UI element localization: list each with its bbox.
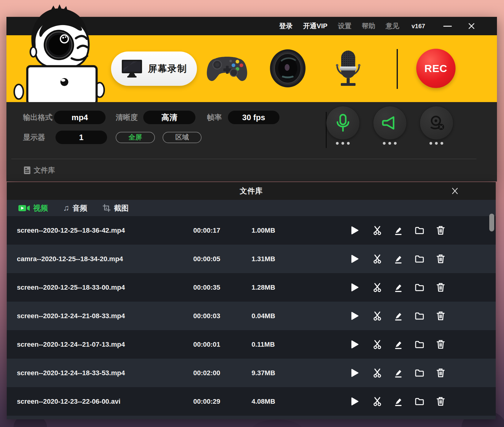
minimize-button[interactable] — [442, 21, 453, 31]
display-select[interactable]: 1 — [56, 131, 107, 144]
trash-icon — [437, 311, 445, 321]
region-button[interactable]: 区域 — [163, 132, 202, 143]
rename-button[interactable] — [391, 395, 405, 408]
menu-settings[interactable]: 设置 — [338, 21, 352, 31]
trim-button[interactable] — [371, 280, 384, 294]
delete-button[interactable] — [434, 252, 447, 265]
rename-button[interactable] — [391, 366, 405, 379]
file-row[interactable]: screen--2020-12-24--18-33-53.mp4 00:02:0… — [7, 359, 496, 387]
file-duration: 00:02:00 — [193, 359, 245, 387]
file-row[interactable]: screen--2020-12-23--22-06-00.avi 00:00:2… — [7, 387, 496, 416]
play-button[interactable] — [348, 252, 362, 265]
file-duration: 00:00:29 — [193, 387, 245, 416]
clarity-select[interactable]: 高清 — [143, 111, 195, 124]
open-folder-button[interactable] — [413, 223, 426, 237]
tab-video[interactable]: 视频 — [18, 203, 48, 213]
rename-button[interactable] — [391, 252, 405, 265]
trim-button[interactable] — [371, 395, 384, 408]
library-panel-title: 文件库 — [240, 186, 263, 196]
delete-button[interactable] — [434, 337, 447, 351]
play-button[interactable] — [348, 337, 362, 351]
play-button[interactable] — [348, 366, 362, 379]
open-folder-button[interactable] — [413, 309, 426, 322]
webcam-toggle-button[interactable] — [420, 106, 453, 140]
trim-button[interactable] — [371, 252, 384, 265]
pencil-icon — [394, 340, 403, 349]
delete-button[interactable] — [434, 223, 447, 237]
trim-button[interactable] — [371, 309, 384, 322]
rename-button[interactable] — [391, 223, 405, 237]
rename-button[interactable] — [391, 280, 405, 294]
open-folder-button[interactable] — [413, 395, 426, 408]
rename-button[interactable] — [391, 337, 405, 351]
library-toggle-button[interactable]: 文件库 — [6, 159, 497, 181]
rec-button[interactable]: REC — [416, 49, 456, 88]
file-size: 1.28MB — [252, 273, 307, 302]
file-name: screen--2020-12-23--22-06-00.avi — [17, 387, 189, 416]
tab-audio[interactable]: ♫ 音频 — [63, 203, 87, 213]
menu-login[interactable]: 登录 — [279, 21, 293, 31]
fullscreen-label: 全屏 — [129, 133, 142, 142]
play-button[interactable] — [348, 309, 362, 322]
file-size: 9.37MB — [252, 359, 307, 387]
clarity-value: 高清 — [161, 112, 177, 123]
fps-value: 30 fps — [242, 113, 265, 122]
file-name: screen--2020-12-25--18-33-00.mp4 — [17, 273, 189, 302]
file-row[interactable]: screen--2020-12-24--21-08-33.mp4 00:00:0… — [7, 302, 496, 330]
open-folder-button[interactable] — [413, 337, 426, 351]
mic-toggle-button[interactable] — [326, 106, 360, 140]
scissors-icon — [373, 368, 382, 378]
document-icon — [24, 166, 31, 174]
delete-button[interactable] — [434, 280, 447, 294]
gamepad-icon[interactable] — [206, 53, 248, 84]
menu-open-vip[interactable]: 开通VIP — [303, 21, 327, 31]
scissors-icon — [373, 283, 382, 292]
trim-button[interactable] — [371, 366, 384, 379]
folder-icon — [415, 255, 424, 263]
rename-button[interactable] — [391, 309, 405, 322]
file-row[interactable]: screen--2020-12-24--21-07-13.mp4 00:00:0… — [7, 330, 496, 359]
tab-screenshot[interactable]: 截图 — [102, 203, 129, 213]
mic-more-button[interactable] — [326, 142, 359, 145]
file-row[interactable]: screen--2020-12-25--18-36-42.mp4 00:00:1… — [7, 216, 496, 245]
file-size: 1.31MB — [252, 245, 307, 273]
delete-button[interactable] — [434, 395, 447, 408]
library-close-button[interactable] — [450, 186, 460, 196]
close-icon — [468, 22, 475, 30]
close-button[interactable] — [466, 21, 477, 31]
delete-button[interactable] — [434, 366, 447, 379]
file-row[interactable]: camra--2020-12-25--18-34-20.mp4 00:00:05… — [7, 245, 496, 273]
trash-icon — [437, 254, 445, 264]
trim-button[interactable] — [371, 337, 384, 351]
trash-icon — [437, 340, 445, 349]
speaker-more-button[interactable] — [373, 142, 406, 145]
play-button[interactable] — [348, 280, 362, 294]
scrollbar-thumb[interactable] — [489, 214, 494, 231]
open-folder-button[interactable] — [413, 366, 426, 379]
camera-lens-icon[interactable] — [269, 49, 306, 88]
delete-button[interactable] — [434, 309, 447, 322]
file-row[interactable]: screen--2020-12-25--18-33-00.mp4 00:00:3… — [7, 273, 496, 302]
pencil-icon — [394, 226, 403, 235]
minimize-icon — [443, 26, 452, 27]
scissors-icon — [373, 397, 382, 406]
speaker-toggle-button[interactable] — [373, 106, 407, 140]
fps-select[interactable]: 30 fps — [228, 111, 279, 124]
open-folder-button[interactable] — [413, 252, 426, 265]
microphone-icon[interactable] — [333, 50, 364, 87]
file-size: 4.08MB — [252, 387, 307, 416]
fullscreen-button[interactable]: 全屏 — [116, 132, 155, 143]
open-folder-button[interactable] — [413, 280, 426, 294]
pencil-icon — [394, 368, 403, 378]
menu-feedback[interactable]: 意见 — [386, 21, 399, 31]
play-button[interactable] — [348, 395, 362, 408]
play-icon — [351, 283, 359, 292]
screen-record-mode-button[interactable]: 屏幕录制 — [111, 51, 197, 86]
video-camera-icon — [18, 204, 30, 212]
file-duration: 00:00:17 — [193, 216, 245, 245]
webcam-more-button[interactable] — [420, 142, 453, 145]
trim-button[interactable] — [371, 223, 384, 237]
menu-help[interactable]: 帮助 — [362, 21, 375, 31]
output-format-select[interactable]: mp4 — [54, 111, 106, 124]
play-button[interactable] — [348, 223, 362, 237]
